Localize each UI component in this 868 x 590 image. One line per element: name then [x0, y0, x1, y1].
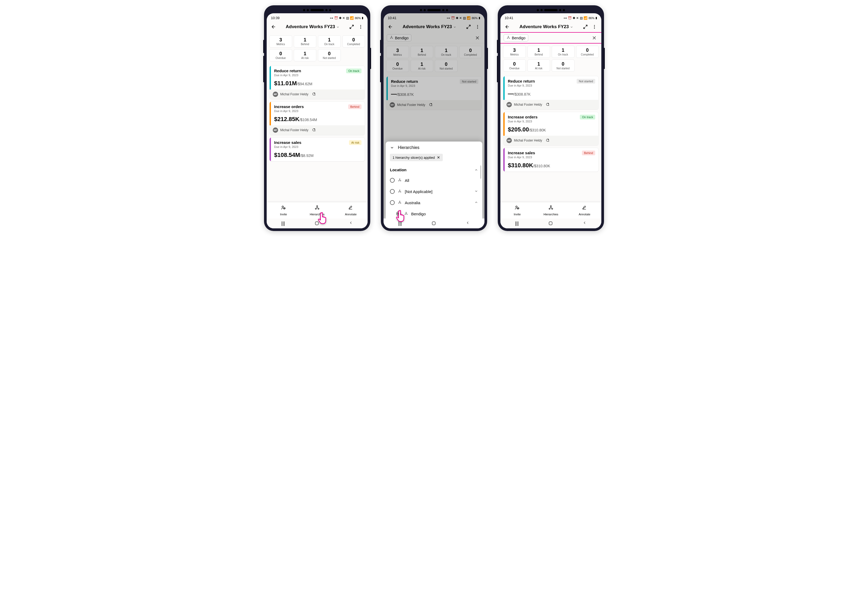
content-scroll[interactable]: 3 Metrics 1 Behind 1 On track 0 Complete… [500, 43, 601, 202]
svg-point-28 [406, 212, 406, 212]
radio-button[interactable] [396, 211, 401, 216]
power-button[interactable] [604, 48, 605, 69]
stat-card-metrics[interactable]: 3 Metrics [269, 35, 292, 47]
back-icon[interactable] [504, 24, 511, 30]
hierarchy-option--not-applicable-[interactable]: [Not Applicable] [390, 186, 478, 197]
stat-card-not-started[interactable]: 0 Not started [318, 49, 341, 61]
stat-card-overdue[interactable]: 0 Overdue [503, 59, 526, 72]
stat-card-metrics[interactable]: 3 Metrics [503, 46, 526, 58]
hierarchies-button[interactable]: Hierarchies [534, 202, 568, 218]
volume-down-button[interactable] [380, 56, 381, 82]
metric-target: /$310.80K [533, 164, 550, 168]
volume-up-button[interactable] [380, 40, 381, 53]
stat-number: 1 [295, 51, 316, 56]
metric-card-increase-sales[interactable]: Increase sales Due in Apr 9, 2023 $108.5… [269, 137, 365, 161]
chat-icon[interactable] [545, 102, 549, 107]
svg-point-38 [548, 139, 549, 140]
clear-slicers-icon[interactable]: ✕ [437, 155, 440, 159]
bottom-action-bar: Invite Hierarchies Annotate [267, 202, 368, 218]
recents-button[interactable]: ||| [515, 221, 519, 227]
svg-point-42 [549, 208, 550, 209]
recents-button[interactable]: ||| [398, 221, 402, 227]
stat-card-on-track[interactable]: 1 On track [552, 46, 574, 58]
home-button[interactable] [314, 221, 319, 227]
back-nav-button[interactable] [349, 221, 353, 227]
svg-point-29 [405, 214, 405, 214]
stat-label: Metrics [270, 43, 291, 46]
home-button[interactable] [548, 221, 553, 227]
page-title[interactable]: Adventure Works FY23 [279, 24, 346, 30]
volume-down-button[interactable] [263, 56, 264, 82]
volume-up-button[interactable] [497, 40, 498, 53]
metric-card-increase-orders[interactable]: Increase orders Due in Apr 9, 2023 $205.… [503, 112, 599, 146]
stat-card-behind[interactable]: 1 Behind [527, 46, 550, 58]
metric-target: /$8.92M [300, 153, 314, 158]
metric-card-reduce-return[interactable]: Reduce return Due in Apr 9, 2023 —/$308.… [503, 76, 599, 110]
more-icon[interactable] [357, 24, 364, 30]
stat-card-completed[interactable]: 0 Completed [576, 46, 599, 58]
page-title[interactable]: Adventure Works FY23 [513, 24, 580, 30]
hierarchies-button[interactable]: Hierarchies [300, 202, 334, 218]
avatar: MF [506, 102, 512, 107]
power-button[interactable] [487, 48, 488, 69]
stat-card-on-track[interactable]: 1 On track [318, 35, 341, 47]
chat-icon[interactable] [311, 92, 316, 97]
section-location[interactable]: Location [390, 165, 478, 175]
svg-point-0 [360, 25, 361, 26]
hierarchy-option-all[interactable]: All [390, 175, 478, 186]
svg-point-22 [400, 190, 400, 190]
recents-button[interactable]: ||| [281, 221, 285, 227]
svg-point-36 [509, 38, 509, 38]
status-icons: ⊶ ⏰ ✱ ✕ ▤ 📶 86% ▮ [330, 16, 363, 20]
stat-card-at-risk[interactable]: 1 At risk [294, 49, 317, 61]
home-button[interactable] [431, 221, 436, 227]
stat-label: On track [319, 43, 340, 46]
stat-number: 0 [319, 51, 340, 56]
stat-card-not-started[interactable]: 0 Not started [552, 59, 574, 72]
power-button[interactable] [370, 48, 371, 69]
invite-button[interactable]: Invite [500, 202, 534, 218]
stat-card-at-risk[interactable]: 1 At risk [527, 59, 550, 72]
metric-due: Due in Apr 9, 2023 [274, 145, 347, 148]
stat-label: Not started [552, 67, 574, 70]
volume-up-button[interactable] [263, 40, 264, 53]
invite-button[interactable]: Invite [267, 202, 300, 218]
metric-card-reduce-return[interactable]: Reduce return Due in Apr 9, 2023 $11.01M… [269, 66, 365, 99]
filter-chip-bendigo[interactable]: Bendigo [503, 34, 528, 41]
metric-card-increase-orders[interactable]: Increase orders Due in Apr 9, 2023 $212.… [269, 102, 365, 135]
content-scroll[interactable]: 3 Metrics 1 Behind 1 On track 0 Complete… [267, 32, 368, 202]
svg-point-25 [400, 201, 400, 201]
status-badge: Not started [577, 79, 595, 84]
applied-slicers-pill[interactable]: 1 hierarchy slicer(s) applied ✕ [390, 154, 443, 161]
more-icon[interactable] [591, 24, 598, 30]
back-nav-button[interactable] [583, 221, 587, 227]
expand-toggle[interactable] [474, 201, 478, 205]
stat-label: Completed [577, 53, 598, 56]
radio-button[interactable] [390, 200, 395, 205]
volume-down-button[interactable] [497, 56, 498, 82]
expand-icon[interactable] [582, 24, 589, 30]
stat-number: 1 [319, 37, 340, 43]
chat-icon[interactable] [545, 138, 549, 143]
radio-button[interactable] [390, 189, 395, 194]
stat-card-overdue[interactable]: 0 Overdue [269, 49, 292, 61]
stat-card-behind[interactable]: 1 Behind [294, 35, 317, 47]
expand-icon[interactable] [348, 24, 355, 30]
annotate-button[interactable]: Annotate [334, 202, 368, 218]
sheet-header[interactable]: Hierarchies [390, 145, 478, 150]
screen-2: 10:41 ⊶ ⏰ ✱ ✕ ▤ 📶 86%▮ Adventure Works F… [384, 13, 484, 229]
stat-card-completed[interactable]: 0 Completed [342, 35, 365, 47]
metric-title: Reduce return [274, 68, 344, 73]
android-nav-bar: ||| [267, 218, 368, 229]
expand-toggle[interactable] [474, 189, 478, 194]
hierarchy-option-bendigo[interactable]: Bendigo [390, 208, 478, 219]
radio-button[interactable] [390, 178, 395, 183]
back-icon[interactable] [270, 24, 277, 30]
annotate-button[interactable]: Annotate [568, 202, 601, 218]
clear-filter-button[interactable]: ✕ [590, 35, 598, 41]
back-nav-button[interactable] [466, 221, 470, 227]
stat-label: Overdue [504, 67, 525, 70]
hierarchy-option-australia[interactable]: Australia [390, 197, 478, 208]
chat-icon[interactable] [311, 128, 316, 133]
metric-card-increase-sales[interactable]: Increase sales Due in Apr 9, 2023 $310.8… [503, 148, 599, 172]
